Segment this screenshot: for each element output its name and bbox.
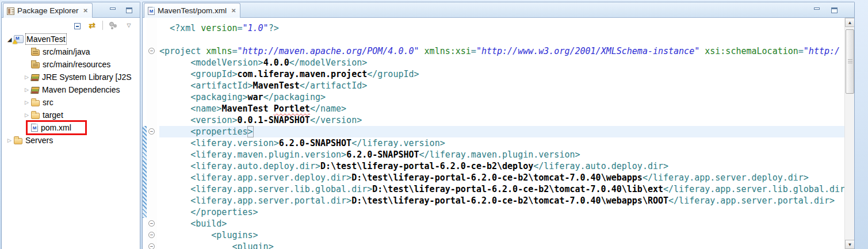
code-token: </properties> <box>190 207 258 217</box>
code-line[interactable]: <artifactId>MavenTest</artifactId> <box>159 80 844 91</box>
package-explorer-header: Package Explorer ✕ <box>2 2 140 18</box>
code-token: xmlns:xsi <box>425 46 471 56</box>
code-token: <build> <box>190 219 227 229</box>
tree-item-label: target <box>43 110 63 120</box>
code-line[interactable]: <?xml version="1.0"?> <box>159 22 844 34</box>
tree-item-src-main-java[interactable]: src/main/java <box>2 45 140 58</box>
code-token: </liferay.maven.plugin.version> <box>419 150 580 160</box>
code-token: D:\test\liferay-portal-6.2.0-ce-b2\tomca… <box>351 173 643 183</box>
tree-item-label: src/main/resources <box>43 60 110 69</box>
maven-project-icon: M <box>14 35 24 43</box>
code-token: </modelVersion> <box>289 58 367 68</box>
code-token: </name> <box>310 104 346 114</box>
fold-collapse-icon[interactable]: − <box>148 128 155 135</box>
fold-collapse-icon[interactable]: − <box>148 243 155 249</box>
tree-collapsed-arrow-icon[interactable]: ▷ <box>22 99 31 105</box>
code-token: com.liferay.maven.project <box>237 69 367 79</box>
editor-tab-title: MavenTest/pom.xml <box>158 6 227 15</box>
code-token: </liferay.auto.deploy.dir> <box>533 161 668 171</box>
code-token: "1.0" <box>243 23 269 33</box>
link-with-editor-icon: ⇄ <box>89 21 95 29</box>
code-token: <liferay.app.server.portal.dir> <box>190 196 351 206</box>
code-line[interactable]: <liferay.app.server.lib.global.dir>D:\te… <box>159 183 844 195</box>
minimize-button[interactable] <box>108 6 118 15</box>
code-line[interactable]: </properties> <box>159 206 844 218</box>
quick-diff-ruler <box>143 18 147 249</box>
tree-item-target[interactable]: ▷target <box>2 109 140 121</box>
code-line[interactable]: <liferay.app.server.portal.dir>D:\test\l… <box>159 195 844 206</box>
fold-ruler: −−−−− <box>147 18 157 249</box>
code-token: 0.0.1-SNAPSHOT <box>237 115 309 125</box>
code-token: 6.2.0-SNAPSHOT <box>279 138 351 148</box>
scroll-grip <box>848 59 852 64</box>
fold-collapse-icon[interactable]: − <box>148 232 155 238</box>
code-line[interactable] <box>159 34 844 45</box>
collapse-all-button[interactable] <box>71 20 82 30</box>
view-menu-button[interactable]: ▽ <box>124 20 134 30</box>
tree-item-src[interactable]: ▷src <box>2 96 140 109</box>
code-line[interactable]: <liferay.maven.plugin.version>6.2.0-SNAP… <box>159 149 844 160</box>
code-line[interactable]: <modelVersion>4.0.0</modelVersion> <box>159 57 844 68</box>
code-token: </liferay.app.server.lib.global.dir> <box>663 184 844 194</box>
maximize-button[interactable] <box>829 6 839 15</box>
code-token: <groupId> <box>190 69 237 79</box>
code-line[interactable]: <liferay.app.server.deploy.dir>D:\test\l… <box>159 172 844 183</box>
focus-button[interactable] <box>108 20 118 30</box>
fold-collapse-icon[interactable]: − <box>148 220 155 227</box>
minimize-button[interactable] <box>812 6 822 15</box>
view-menu-icon: ▽ <box>127 22 131 28</box>
scroll-thumb[interactable] <box>846 29 854 94</box>
code-line[interactable]: <project xmlns="http://maven.apache.org/… <box>159 45 844 57</box>
vertical-scrollbar[interactable]: ▲ ▼ <box>844 18 854 249</box>
code-token: <project <box>159 46 206 56</box>
code-token: ?> <box>269 23 279 33</box>
package-explorer-tab[interactable]: Package Explorer ✕ <box>3 3 93 18</box>
code-line-current[interactable]: <properties> <box>159 126 844 137</box>
tree-item-maventest[interactable]: ◢MMavenTest <box>2 33 140 45</box>
package-explorer-tab-title: Package Explorer <box>17 6 79 15</box>
code-token: <liferay.maven.plugin.version> <box>190 150 346 160</box>
fold-collapse-icon[interactable]: − <box>148 48 155 54</box>
code-line[interactable]: <groupId>com.liferay.maven.project</grou… <box>159 68 844 80</box>
code-line[interactable]: <version>0.0.1-SNAPSHOT</version> <box>159 114 844 126</box>
code-token: <name> <box>190 104 221 114</box>
tree-collapsed-arrow-icon[interactable]: ▷ <box>22 74 31 80</box>
package-explorer-icon <box>7 7 14 15</box>
code-token: D:\test\liferay-portal-6.2.0-ce-b2\tomca… <box>372 184 663 194</box>
tree-item-jre-system-library-j2s[interactable]: ▷JRE System Library [J2S <box>2 71 140 83</box>
close-icon[interactable]: ✕ <box>231 7 236 14</box>
code-area[interactable]: <?xml version="1.0"?><project xmlns="htt… <box>157 18 844 249</box>
editor-tab[interactable]: M MavenTest/pom.xml ✕ <box>144 3 240 18</box>
tree-item-src-main-resources[interactable]: src/main/resources <box>2 58 140 71</box>
code-line[interactable]: <liferay.version>6.2.0-SNAPSHOT</liferay… <box>159 137 844 149</box>
tree-collapsed-arrow-icon[interactable]: ▷ <box>22 112 31 118</box>
code-token: xmlns <box>206 46 232 56</box>
code-token: </liferay.app.server.portal.dir> <box>668 196 835 206</box>
scroll-up-button[interactable]: ▲ <box>845 18 854 27</box>
pom-file-icon: M <box>148 7 155 15</box>
code-token: "http://maven.apache.org/POM/4.0.0" <box>237 46 424 56</box>
library-icon <box>30 74 40 81</box>
code-token: <plugins> <box>211 230 258 240</box>
code-line[interactable]: <packaging>war</packaging> <box>159 91 844 103</box>
close-icon[interactable]: ✕ <box>83 7 88 14</box>
tree-item-servers[interactable]: ▷Servers <box>2 134 140 147</box>
tree-item-label: src <box>43 98 53 107</box>
scroll-down-button[interactable]: ▼ <box>845 240 854 249</box>
code-line[interactable]: <build> <box>159 218 844 229</box>
tree-collapsed-arrow-icon[interactable]: ▷ <box>22 87 31 93</box>
tree-collapsed-arrow-icon[interactable]: ▷ <box>5 137 14 143</box>
code-line[interactable]: <name>MavenTest Portlet</name> <box>159 103 844 114</box>
package-folder-icon <box>31 62 40 68</box>
code-line[interactable]: <liferay.auto.deploy.dir>D:\test\liferay… <box>159 160 844 172</box>
link-with-editor-button[interactable]: ⇄ <box>87 20 97 30</box>
code-token: "http://www.w3.org/2001/XMLSchema-instan… <box>476 46 705 56</box>
code-token: = <box>798 46 804 56</box>
code-line[interactable]: <plugins> <box>159 229 844 241</box>
tree-item-maven-dependencies[interactable]: ▷Maven Dependencies <box>2 83 140 96</box>
maximize-button[interactable] <box>124 6 134 15</box>
code-line[interactable]: <plugin> <box>159 241 844 249</box>
annotation-highlight-box <box>26 120 87 135</box>
tree-item-label: Maven Dependencies <box>42 85 120 94</box>
toolbar-separator <box>102 21 103 30</box>
